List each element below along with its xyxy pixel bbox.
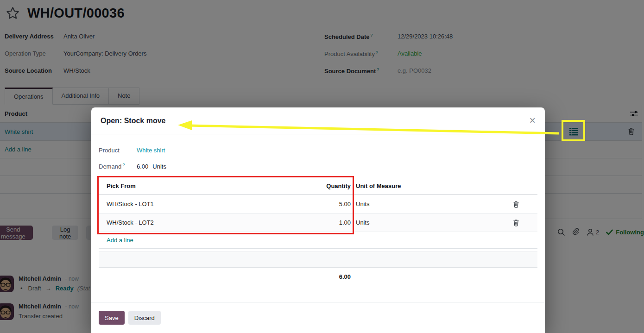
dialog-body: Product White shirt Demand? 6.00 Units P… (91, 147, 545, 280)
demand-quantity[interactable]: 6.00 (137, 163, 148, 170)
field-label: Product (99, 147, 137, 154)
pick-from-table: Pick From Quantity Unit of Measure WH/St… (99, 177, 537, 280)
help-icon: ? (122, 163, 125, 167)
dialog-header: Open: Stock move × (91, 107, 545, 134)
modal-field-demand: Demand? 6.00 Units (99, 163, 537, 170)
stock-move-dialog: Open: Stock move × Product White shirt D… (91, 107, 545, 333)
save-button[interactable]: Save (99, 311, 125, 325)
column-header-uom[interactable]: Unit of Measure (351, 182, 495, 189)
column-header-quantity[interactable]: Quantity (275, 182, 351, 189)
row-actions (495, 201, 537, 208)
table-header-row: Pick From Quantity Unit of Measure (99, 177, 537, 195)
empty-row-band (99, 251, 537, 268)
delete-row-icon[interactable] (513, 219, 519, 226)
dialog-footer: Save Discard (91, 302, 545, 333)
discard-button[interactable]: Discard (128, 311, 161, 325)
uom-cell[interactable]: Units (351, 201, 495, 207)
row-actions (495, 219, 537, 227)
quantity-total: 6.00 (99, 273, 351, 280)
dialog-title: Open: Stock move (101, 117, 165, 125)
add-a-line-link[interactable]: Add a line (99, 232, 537, 249)
quantity-cell[interactable]: 1.00 (275, 219, 351, 226)
field-label: Demand? (99, 163, 137, 170)
pick-from-cell[interactable]: WH/Stock - LOT2 (99, 219, 275, 226)
product-link[interactable]: White shirt (137, 147, 165, 154)
quantity-cell[interactable]: 5.00 (275, 201, 351, 207)
odoo-delivery-order-screen: WH/OUT/00036 Delivery Address Anita Oliv… (0, 0, 644, 333)
table-row[interactable]: WH/Stock - LOT1 5.00 Units (99, 195, 537, 214)
column-header-pick-from[interactable]: Pick From (99, 182, 275, 189)
table-row[interactable]: WH/Stock - LOT2 1.00 Units (99, 214, 537, 232)
uom-cell[interactable]: Units (351, 219, 495, 226)
demand-uom: Units (152, 163, 166, 170)
pick-from-cell[interactable]: WH/Stock - LOT1 (99, 201, 275, 207)
close-icon[interactable]: × (530, 115, 536, 126)
delete-row-icon[interactable] (513, 201, 519, 207)
modal-field-product: Product White shirt (99, 147, 537, 154)
